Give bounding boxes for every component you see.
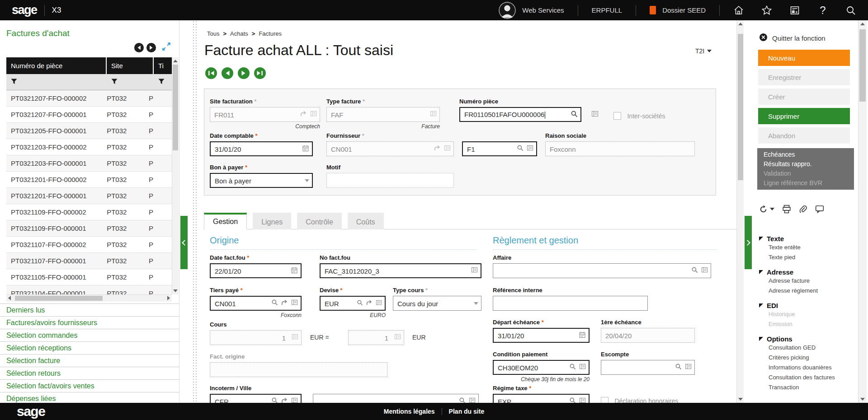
home-icon[interactable]: [733, 5, 744, 16]
type-cours-select[interactable]: Cours du jour: [393, 296, 481, 311]
menu-item-derniers-lus[interactable]: Derniers lus: [0, 303, 179, 316]
no-fact-fou-input[interactable]: FAC_31012020_3: [320, 263, 481, 278]
link-criteres-picking[interactable]: Critères picking: [759, 353, 852, 363]
lookup-icon[interactable]: [517, 145, 524, 153]
goto-icon[interactable]: [300, 110, 307, 119]
section-adresse[interactable]: Adresse: [759, 268, 852, 276]
collapse-right-panel-handle[interactable]: [745, 216, 752, 269]
action-resultats-rappro[interactable]: Résultats rappro.: [757, 159, 854, 169]
section-edi[interactable]: EDI: [759, 302, 852, 309]
invoice-row[interactable]: PT0321109-FFO-000001PT032P: [6, 220, 172, 237]
tab-gestion[interactable]: Gestion: [204, 213, 247, 229]
detail-list-icon[interactable]: [469, 397, 476, 403]
invoice-row[interactable]: PT0321107-FFO-000001PT032P: [6, 253, 172, 269]
transaction-code-selector[interactable]: T2I: [695, 47, 712, 55]
fournisseur-input[interactable]: CN001: [326, 141, 454, 156]
condition-paiement-input[interactable]: CH30EOM20: [493, 360, 590, 375]
menu-item-depenses-liees[interactable]: Dépenses liées: [0, 392, 179, 403]
list-next-button[interactable]: [146, 42, 156, 55]
detail-list-icon[interactable]: [310, 110, 317, 119]
invoice-row[interactable]: PT0321203-FFO-000001PT032P: [6, 155, 172, 172]
detail-list-icon[interactable]: [444, 145, 451, 153]
section-options[interactable]: Options: [759, 335, 852, 343]
link-consultation-des-factures[interactable]: Consultation des factures: [759, 373, 852, 383]
supprimer-button[interactable]: Supprimer: [758, 108, 850, 124]
dossier-menu[interactable]: Dossier SEED: [662, 6, 706, 14]
breadcrumb-tous[interactable]: Tous: [207, 30, 219, 37]
intersocietes-checkbox[interactable]: [613, 112, 621, 120]
reference-interne-input[interactable]: [493, 296, 648, 311]
creer-button[interactable]: Créer: [758, 89, 850, 105]
detail-list-icon[interactable]: [471, 266, 478, 275]
lookup-icon[interactable]: [357, 299, 363, 308]
date-comptable-input[interactable]: 31/01/20: [210, 141, 313, 156]
regime-taxe-input[interactable]: EXP: [493, 394, 590, 403]
collapse-left-panel-handle[interactable]: [180, 216, 188, 269]
plan-du-site-link[interactable]: Plan du site: [449, 408, 485, 415]
calendar-icon[interactable]: [579, 331, 586, 340]
splitter-drag-handle[interactable]: [192, 20, 198, 403]
detail-list-icon[interactable]: [685, 363, 692, 372]
site-facturation-input[interactable]: FR011: [210, 107, 320, 122]
declaration-honoraires-checkbox[interactable]: [601, 397, 609, 403]
news-feed-icon[interactable]: [789, 5, 800, 16]
link-adresse-reglement[interactable]: Adresse règlement: [759, 286, 852, 296]
link-texte-pied[interactable]: Texte pied: [759, 252, 852, 262]
mentions-legales-link[interactable]: Mentions légales: [384, 408, 435, 415]
link-texte-entete[interactable]: Texte entête: [759, 243, 852, 252]
fournisseur-court-input[interactable]: F1: [462, 141, 537, 156]
tiers-paye-input[interactable]: CN001: [210, 296, 302, 311]
breadcrumb-achats[interactable]: Achats: [230, 30, 248, 37]
refresh-button[interactable]: [759, 205, 774, 214]
premiere-echeance-input[interactable]: 20/04/20: [601, 328, 695, 343]
menu-item-selection-receptions[interactable]: Sélection réceptions: [0, 341, 179, 354]
invoice-row[interactable]: PT0321207-FFO-000002PT032P: [6, 90, 172, 107]
invoice-row[interactable]: PT0321205-FFO-000001PT032P: [6, 123, 172, 139]
goto-icon[interactable]: [281, 397, 288, 403]
breadcrumb-factures[interactable]: Factures: [259, 30, 282, 37]
column-header-tiers[interactable]: Ti: [154, 57, 172, 74]
filter-funnel-icon[interactable]: [111, 78, 118, 86]
invoice-row[interactable]: PT0321104-FFO-000001PT032P: [6, 285, 172, 294]
detail-list-icon[interactable]: [591, 110, 599, 119]
link-transaction[interactable]: Transaction: [759, 383, 852, 392]
lookup-icon[interactable]: [691, 266, 698, 275]
tab-lignes[interactable]: Lignes: [253, 213, 291, 229]
column-header-site[interactable]: Site: [107, 57, 154, 74]
detail-list-icon[interactable]: [394, 333, 401, 342]
goto-icon[interactable]: [281, 299, 288, 308]
list-prev-button[interactable]: [134, 42, 144, 55]
invoice-row[interactable]: PT0321203-FFO-000002PT032P: [6, 139, 172, 155]
tab-couts[interactable]: Coûts: [348, 213, 384, 229]
print-button[interactable]: [782, 205, 791, 214]
next-record-button[interactable]: [237, 67, 250, 81]
lookup-icon[interactable]: [271, 397, 278, 403]
detail-list-icon[interactable]: [430, 110, 437, 119]
numero-piece-input[interactable]: FR0110501FAFOU000006: [459, 107, 581, 122]
detail-list-icon[interactable]: [376, 299, 382, 308]
first-record-button[interactable]: [205, 67, 217, 81]
invoice-row[interactable]: PT0321207-FFO-000001PT032P: [6, 107, 172, 123]
filter-funnel-icon[interactable]: [11, 78, 17, 86]
detail-list-icon[interactable]: [292, 333, 298, 342]
date-fact-fou-input[interactable]: 22/01/20: [210, 263, 302, 278]
menu-item-selection-commandes[interactable]: Sélection commandes: [0, 329, 179, 341]
menu-item-factures-avoirs-fournisseurs[interactable]: Factures/avoirs fournisseurs: [0, 316, 179, 329]
invoice-row[interactable]: PT0321105-FFO-000001PT032P: [6, 269, 172, 285]
affaire-input[interactable]: [493, 263, 711, 278]
incoterm-ville-input[interactable]: [313, 394, 479, 403]
calendar-icon[interactable]: [302, 145, 309, 154]
left-table-vertical-scrollbar[interactable]: [172, 57, 179, 294]
detail-list-icon[interactable]: [579, 363, 586, 372]
lookup-icon[interactable]: [459, 397, 466, 403]
window-vertical-scrollbar[interactable]: [858, 20, 867, 403]
detail-list-icon[interactable]: [291, 299, 298, 308]
devise-input[interactable]: EUR: [320, 296, 386, 311]
depart-echeance-input[interactable]: 31/01/20: [493, 328, 590, 343]
main-vertical-scrollbar[interactable]: [736, 20, 744, 403]
comment-button[interactable]: [815, 205, 824, 214]
search-icon[interactable]: [845, 5, 856, 16]
help-icon[interactable]: ?: [817, 5, 828, 16]
lookup-icon[interactable]: [571, 110, 578, 119]
detail-list-icon[interactable]: [291, 397, 298, 403]
